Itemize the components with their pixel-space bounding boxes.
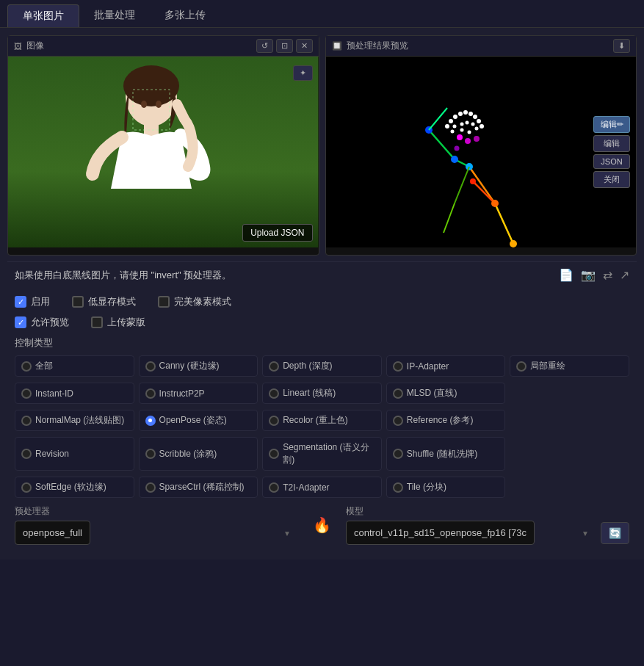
radio-revision-circle xyxy=(21,449,32,459)
rotate-btn[interactable]: ↺ xyxy=(256,39,273,53)
radio-instructp2p[interactable]: InstructP2P xyxy=(139,383,258,404)
control-types-grid-4: Revision Scribble (涂鸦) Segmentation (语义分… xyxy=(15,437,629,471)
radio-sparsectrl[interactable]: SparseCtrl (稀疏控制) xyxy=(139,477,258,498)
radio-reference-label: Reference (参考) xyxy=(407,414,474,427)
radio-segmentation-circle xyxy=(269,449,279,459)
expand-icon-btn[interactable]: ↗ xyxy=(620,268,629,282)
svg-point-27 xyxy=(467,131,471,134)
svg-point-30 xyxy=(465,138,471,144)
fire-button[interactable]: 🔥 xyxy=(313,505,331,545)
camera-icon-btn[interactable]: 📷 xyxy=(581,268,596,282)
radio-recolor[interactable]: Recolor (重上色) xyxy=(262,410,382,431)
enable-checkbox-box xyxy=(15,296,26,308)
radio-depth-circle xyxy=(269,361,279,372)
crop-btn[interactable]: ⊡ xyxy=(276,39,293,53)
radio-tile-label: Tile (分块) xyxy=(407,481,446,493)
radio-ip-adapter-label: IP-Adapter xyxy=(407,361,449,372)
preprocessor-select[interactable]: openpose_full xyxy=(15,521,90,545)
radio-softedge[interactable]: SoftEdge (软边缘) xyxy=(15,477,134,498)
checkbox-row-1: 启用 低显存模式 完美像素模式 xyxy=(15,295,629,308)
radio-ip-adapter[interactable]: IP-Adapter xyxy=(386,355,506,377)
radio-inpaint-label: 局部重绘 xyxy=(530,360,565,372)
image-panels: 🖼 图像 ↺ ⊡ ✕ xyxy=(7,35,637,256)
svg-point-12 xyxy=(445,124,449,129)
close-preview-btn[interactable]: 关闭 xyxy=(593,171,630,188)
radio-inpaint[interactable]: 局部重绘 xyxy=(510,355,629,377)
download-btn[interactable]: ⬇ xyxy=(613,39,630,53)
edit-active-btn[interactable]: 编辑✏ xyxy=(593,116,630,133)
radio-depth[interactable]: Depth (深度) xyxy=(262,355,382,377)
extra-panel-btn[interactable]: ✦ xyxy=(293,65,313,81)
radio-normalmap[interactable]: NormalMap (法线贴图) xyxy=(15,410,134,431)
left-image-content[interactable]: Upload JSON xyxy=(8,57,319,247)
model-select[interactable]: control_v11p_sd15_openpose_fp16 [73c xyxy=(346,521,535,545)
radio-t2i-label: T2I-Adapter xyxy=(283,482,329,493)
svg-point-31 xyxy=(474,136,480,142)
allow-preview-checkbox[interactable]: 允许预览 xyxy=(15,316,69,329)
radio-softedge-label: SoftEdge (软边缘) xyxy=(35,481,106,493)
radio-reference[interactable]: Reference (参考) xyxy=(386,410,506,431)
svg-point-42 xyxy=(470,178,476,184)
svg-point-26 xyxy=(460,129,463,132)
left-panel-header: 🖼 图像 ↺ ⊡ ✕ xyxy=(8,36,319,57)
info-bar: 如果使用白底黑线图片，请使用 "invert" 预处理器。 📄 📷 ⇄ ↗ xyxy=(7,261,637,288)
radio-instant-id-label: Instant-ID xyxy=(35,388,73,399)
edit-btn[interactable]: 编辑 xyxy=(593,135,630,152)
model-group: 模型 control_v11p_sd15_openpose_fp16 [73c … xyxy=(346,505,629,545)
radio-openpose-circle xyxy=(145,416,156,426)
radio-canny[interactable]: Canny (硬边缘) xyxy=(139,355,258,377)
control-types-grid-5: SoftEdge (软边缘) SparseCtrl (稀疏控制) T2I-Ada… xyxy=(15,477,629,498)
perfect-pixel-checkbox[interactable]: 完美像素模式 xyxy=(158,295,231,308)
svg-point-16 xyxy=(463,110,468,115)
radio-all-circle xyxy=(21,361,32,372)
enable-checkbox[interactable]: 启用 xyxy=(15,295,50,308)
tab-multi-upload[interactable]: 多张上传 xyxy=(150,4,220,27)
radio-shuffle[interactable]: Shuffle (随机洗牌) xyxy=(386,437,506,471)
radio-sparsectrl-label: SparseCtrl (稀疏控制) xyxy=(159,481,245,493)
swap-icon-btn[interactable]: ⇄ xyxy=(603,268,612,282)
upload-json-button[interactable]: Upload JSON xyxy=(242,224,312,242)
radio-t2i[interactable]: T2I-Adapter xyxy=(262,477,382,498)
perfect-pixel-label: 完美像素模式 xyxy=(174,295,231,308)
radio-mlsd-label: MLSD (直线) xyxy=(407,387,457,399)
radio-scribble-label: Scribble (涂鸦) xyxy=(159,448,217,460)
radio-tile-circle xyxy=(393,482,403,493)
svg-point-5 xyxy=(156,101,162,108)
tab-bar: 单张图片 批量处理 多张上传 xyxy=(0,0,644,28)
model-refresh-btn[interactable]: 🔄 xyxy=(601,522,629,544)
image-panel-icon: 🖼 xyxy=(14,42,22,51)
radio-scribble[interactable]: Scribble (涂鸦) xyxy=(139,437,258,471)
svg-point-34 xyxy=(451,156,458,163)
allow-preview-checkbox-box xyxy=(15,316,26,328)
bottom-selects: 预处理器 openpose_full 🔥 模型 control_v11p_sd1… xyxy=(15,505,629,545)
svg-point-17 xyxy=(468,112,473,116)
controls-area: 启用 低显存模式 完美像素模式 允许预览 上传蒙版 控制类型 xyxy=(7,288,637,552)
radio-scribble-circle xyxy=(145,449,156,459)
radio-instructp2p-circle xyxy=(145,388,156,399)
low-memory-checkbox[interactable]: 低显存模式 xyxy=(72,295,136,308)
radio-revision-label: Revision xyxy=(35,449,69,459)
radio-segmentation[interactable]: Segmentation (语义分割) xyxy=(262,437,382,471)
model-label: 模型 xyxy=(346,505,629,518)
radio-openpose[interactable]: OpenPose (姿态) xyxy=(139,410,258,431)
json-btn[interactable]: JSON xyxy=(593,154,630,169)
doc-icon-btn[interactable]: 📄 xyxy=(559,268,574,282)
radio-reference-circle xyxy=(393,416,403,426)
radio-revision[interactable]: Revision xyxy=(15,437,134,471)
person-photo-svg xyxy=(8,57,319,247)
radio-tile[interactable]: Tile (分块) xyxy=(386,477,506,498)
radio-mlsd[interactable]: MLSD (直线) xyxy=(386,383,506,404)
low-memory-label: 低显存模式 xyxy=(88,295,136,308)
close-left-btn[interactable]: ✕ xyxy=(296,39,313,53)
radio-openpose-label: OpenPose (姿态) xyxy=(159,414,227,427)
radio-lineart[interactable]: Lineart (线稿) xyxy=(262,383,382,404)
left-panel-actions: ↺ ⊡ ✕ xyxy=(256,39,313,53)
svg-point-25 xyxy=(474,127,478,131)
tab-batch[interactable]: 批量处理 xyxy=(79,4,150,27)
radio-instant-id[interactable]: Instant-ID xyxy=(15,383,134,404)
perfect-pixel-checkbox-box xyxy=(158,296,170,308)
svg-point-19 xyxy=(477,119,481,123)
radio-all[interactable]: 全部 xyxy=(15,355,134,377)
tab-single[interactable]: 单张图片 xyxy=(7,4,79,27)
upload-pro-checkbox[interactable]: 上传蒙版 xyxy=(91,316,145,329)
